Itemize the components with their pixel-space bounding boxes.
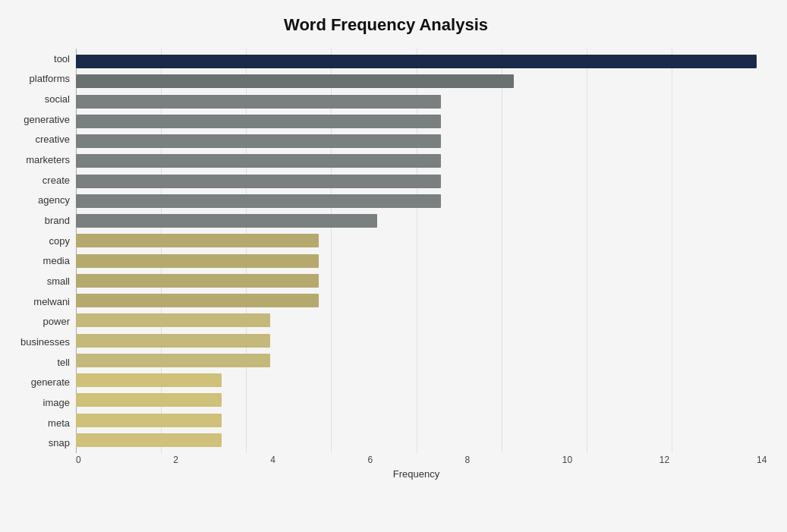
bar xyxy=(76,354,270,367)
y-label: businesses xyxy=(20,332,70,352)
bar xyxy=(76,115,441,128)
bar xyxy=(76,294,319,307)
y-label: tool xyxy=(54,49,70,69)
bar-row xyxy=(76,271,757,291)
bar xyxy=(76,313,270,327)
y-label: brand xyxy=(45,210,70,231)
y-label: image xyxy=(43,392,70,413)
bar-row xyxy=(76,71,757,91)
y-label: tell xyxy=(57,352,70,373)
bar xyxy=(76,433,222,447)
bar xyxy=(76,254,319,268)
x-axis: 02468101214 Frequency xyxy=(76,453,757,474)
bar xyxy=(76,274,319,288)
bar-row xyxy=(76,411,757,430)
bar xyxy=(76,214,377,228)
chart-area: toolplatformssocialgenerativecreativemar… xyxy=(15,49,757,474)
y-label: copy xyxy=(49,231,70,251)
bar-row xyxy=(76,331,757,351)
y-label: social xyxy=(45,89,70,109)
bar-row xyxy=(76,390,757,410)
y-label: power xyxy=(43,312,70,332)
y-label: marketers xyxy=(26,150,70,170)
bar xyxy=(76,134,441,148)
bar-row xyxy=(76,351,757,370)
bar-row xyxy=(76,151,757,171)
bar xyxy=(76,393,222,407)
y-axis-labels: toolplatformssocialgenerativecreativemar… xyxy=(15,49,76,474)
bar xyxy=(76,154,441,168)
y-label: create xyxy=(42,170,70,190)
y-label: agency xyxy=(38,190,70,211)
bar-row xyxy=(76,310,757,330)
bar xyxy=(76,74,514,88)
bar xyxy=(76,334,270,348)
y-label: generative xyxy=(24,109,70,130)
bar-row xyxy=(76,211,757,231)
bar xyxy=(76,95,441,109)
y-label: generate xyxy=(31,373,70,393)
bar-row xyxy=(76,172,757,191)
bar xyxy=(76,55,757,68)
bar-row xyxy=(76,430,757,450)
x-axis-label: Frequency xyxy=(76,468,757,480)
bar-row xyxy=(76,291,757,310)
y-label: platforms xyxy=(30,69,70,90)
bar-row xyxy=(76,370,757,390)
y-label: melwani xyxy=(33,291,70,312)
bar-row xyxy=(76,251,757,271)
bar xyxy=(76,234,319,247)
bars-panel xyxy=(76,49,757,453)
y-label: small xyxy=(47,271,70,291)
bar-row xyxy=(76,52,757,71)
y-label: media xyxy=(43,251,70,272)
bar xyxy=(76,373,222,387)
bar-row xyxy=(76,131,757,151)
bar-row xyxy=(76,191,757,211)
bar-row xyxy=(76,231,757,250)
bar-row xyxy=(76,112,757,131)
y-label: snap xyxy=(49,433,70,453)
bar xyxy=(76,194,441,208)
bar xyxy=(76,414,222,427)
bar-row xyxy=(76,92,757,112)
y-label: meta xyxy=(48,413,70,433)
bar xyxy=(76,175,441,188)
y-label: creative xyxy=(35,130,70,150)
bars-and-xaxis: 02468101214 Frequency xyxy=(76,49,757,474)
chart-title: Word Frequency Analysis xyxy=(15,15,757,35)
chart-container: Word Frequency Analysis toolplatformssoc… xyxy=(0,0,787,532)
